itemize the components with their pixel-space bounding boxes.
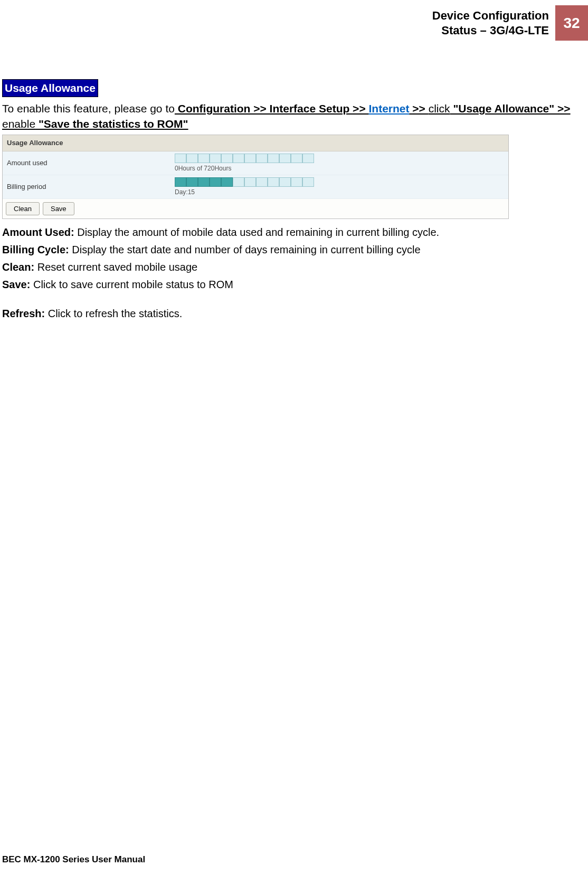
- progress-segment: [244, 154, 256, 163]
- progress-segment: [268, 177, 279, 187]
- def-billing-cycle-text: Display the start date and number of day…: [69, 244, 421, 255]
- click-word: click: [429, 102, 450, 115]
- progress-segment: [291, 177, 302, 187]
- billing-period-caption: Day:15: [175, 188, 508, 196]
- amount-used-row: Amount used 0Hours of 720Hours: [3, 151, 508, 175]
- section-title: Usage Allowance: [2, 79, 98, 97]
- progress-segment: [302, 154, 314, 163]
- progress-segment: [233, 154, 244, 163]
- amount-used-value: 0Hours of 720Hours: [175, 151, 508, 175]
- progress-segment: [175, 154, 186, 163]
- progress-segment: [233, 177, 244, 187]
- billing-period-value: Day:15: [175, 175, 508, 198]
- page-header: Device Configuration Status – 3G/4G-LTE …: [432, 5, 588, 41]
- progress-segment: [198, 154, 210, 163]
- progress-segment: [279, 154, 291, 163]
- save-button[interactable]: Save: [43, 202, 74, 215]
- progress-segment: [302, 177, 314, 187]
- amount-used-label: Amount used: [3, 155, 175, 171]
- def-amount-used: Amount Used: Display the amount of mobil…: [2, 225, 588, 240]
- panel-button-row: Clean Save: [3, 199, 508, 218]
- progress-segment: [210, 177, 221, 187]
- def-save-label: Save:: [2, 279, 30, 290]
- intro-prefix: To enable this feature, please go to: [2, 102, 175, 115]
- amount-used-caption: 0Hours of 720Hours: [175, 164, 508, 173]
- def-amount-used-label: Amount Used:: [2, 226, 74, 238]
- def-refresh-text: Click to refresh the statistics.: [45, 308, 182, 319]
- def-amount-used-text: Display the amount of mobile data used a…: [74, 226, 439, 238]
- page-content: Usage Allowance To enable this feature, …: [2, 79, 588, 324]
- progress-segment: [186, 177, 198, 187]
- def-clean-label: Clean:: [2, 261, 34, 273]
- billing-period-row: Billing period Day:15: [3, 175, 508, 199]
- usage-allowance-panel: Usage Allowance Amount used 0Hours of 72…: [2, 135, 509, 219]
- progress-segment: [175, 177, 186, 187]
- progress-segment: [221, 177, 233, 187]
- def-save-text: Click to save current mobile status to R…: [30, 279, 233, 290]
- def-clean: Clean: Reset current saved mobile usage: [2, 260, 588, 274]
- quote2: "Save the statistics to ROM": [35, 118, 188, 130]
- page-number-badge: 32: [555, 5, 588, 41]
- progress-segment: [291, 154, 302, 163]
- internet-link[interactable]: Internet: [368, 102, 409, 115]
- progress-segment: [268, 154, 279, 163]
- progress-segment: [186, 154, 198, 163]
- page-footer: BEC MX-1200 Series User Manual: [2, 854, 145, 866]
- quote1: "Usage Allowance" >>: [450, 102, 571, 115]
- section-heading-row: Usage Allowance: [2, 79, 588, 97]
- progress-segment: [256, 177, 268, 187]
- header-line2: Status – 3G/4G-LTE: [441, 24, 549, 37]
- page-header-title: Device Configuration Status – 3G/4G-LTE: [432, 5, 555, 41]
- progress-segment: [279, 177, 291, 187]
- intro-paragraph: To enable this feature, please go to Con…: [2, 101, 588, 131]
- progress-segment: [256, 154, 268, 163]
- header-line1: Device Configuration: [432, 9, 549, 22]
- breadcrumb-sep: >>: [410, 102, 429, 115]
- panel-header: Usage Allowance: [3, 135, 508, 151]
- def-clean-text: Reset current saved mobile usage: [34, 261, 197, 273]
- progress-segment: [210, 154, 221, 163]
- amount-used-bar: [175, 154, 508, 163]
- progress-segment: [221, 154, 233, 163]
- billing-period-label: Billing period: [3, 179, 175, 195]
- def-billing-cycle-label: Billing Cycle:: [2, 244, 69, 255]
- breadcrumb-path1: Configuration >> Interface Setup >>: [175, 102, 369, 115]
- enable-word: enable: [2, 118, 35, 130]
- progress-segment: [244, 177, 256, 187]
- def-refresh-label: Refresh:: [2, 308, 45, 319]
- billing-period-bar: [175, 177, 508, 187]
- def-save: Save: Click to save current mobile statu…: [2, 278, 588, 292]
- progress-segment: [198, 177, 210, 187]
- definitions: Amount Used: Display the amount of mobil…: [2, 225, 588, 321]
- def-refresh: Refresh: Click to refresh the statistics…: [2, 307, 588, 321]
- def-billing-cycle: Billing Cycle: Display the start date an…: [2, 243, 588, 257]
- clean-button[interactable]: Clean: [6, 202, 40, 215]
